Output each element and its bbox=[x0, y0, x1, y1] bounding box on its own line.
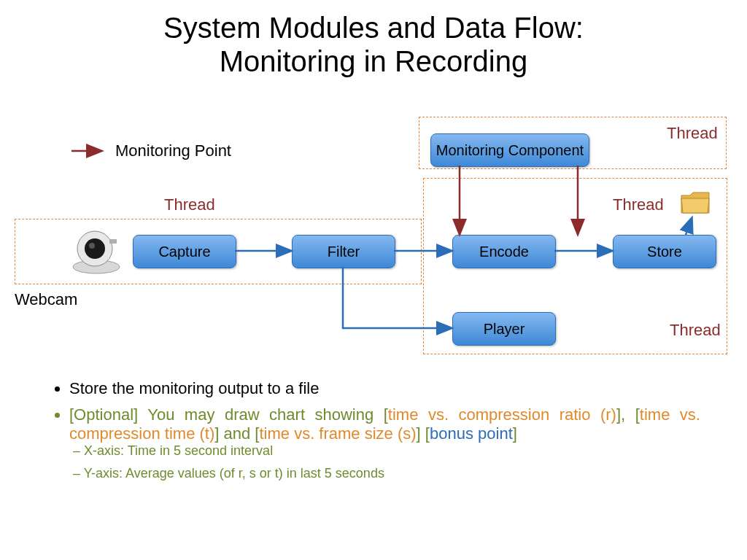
b2-and: and bbox=[219, 424, 255, 443]
b2-bonus: bonus point bbox=[430, 424, 513, 443]
sub-1: X-axis: Time in 5 second interval bbox=[88, 443, 700, 459]
b2-cl4: ] bbox=[513, 424, 517, 443]
svg-line-9 bbox=[686, 219, 692, 235]
b2-c1: time vs. compression ratio (r) bbox=[388, 405, 616, 424]
bullet-2: [Optional] You may draw chart showing [t… bbox=[69, 405, 700, 481]
b2-s1: , bbox=[621, 405, 635, 424]
bullet-1: Store the monitoring output to a file bbox=[69, 379, 700, 398]
bullet-1-text: Store the monitoring output to a file bbox=[69, 379, 319, 397]
bullet-list: Store the monitoring output to a file [O… bbox=[51, 379, 700, 489]
b2-cl3: ] bbox=[417, 424, 421, 443]
b2-pre: [Optional] You may draw chart showing bbox=[69, 405, 384, 424]
sub-1-text: X-axis: Time in 5 second interval bbox=[84, 443, 273, 458]
b2-c3: time vs. frame size (s) bbox=[259, 424, 416, 443]
sub-2-text: Y-axis: Average values (of r, s or t) in… bbox=[84, 466, 384, 481]
sub-2: Y-axis: Average values (of r, s or t) in… bbox=[88, 466, 700, 481]
arrows-layer bbox=[0, 0, 747, 379]
